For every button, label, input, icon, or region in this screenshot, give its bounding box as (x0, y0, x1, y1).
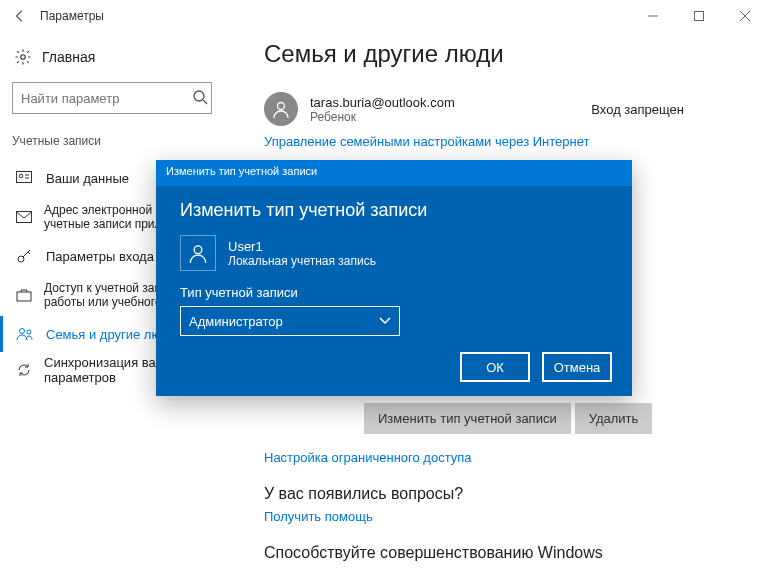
svg-point-17 (27, 330, 31, 334)
svg-rect-1 (695, 12, 704, 21)
avatar (180, 235, 216, 271)
id-card-icon (16, 171, 34, 185)
user-email: taras.buria@outlook.com (310, 95, 591, 110)
link-get-help[interactable]: Получить помощь (264, 509, 744, 524)
people-icon (16, 327, 34, 341)
cancel-button[interactable]: Отмена (542, 352, 612, 382)
minimize-button[interactable] (630, 0, 676, 32)
avatar (264, 92, 298, 126)
sidebar-item-label: Ваши данные (46, 171, 129, 186)
search-icon (192, 89, 208, 105)
window-controls (630, 0, 768, 32)
gear-icon (14, 48, 32, 66)
home-nav[interactable]: Главная (12, 44, 228, 70)
briefcase-icon (16, 288, 32, 302)
dialog-title: Изменить тип учетной записи (180, 200, 608, 221)
mail-icon (16, 211, 32, 223)
titlebar: Параметры (0, 0, 768, 32)
svg-point-4 (21, 55, 26, 60)
select-value: Администратор (189, 314, 283, 329)
link-manage-family[interactable]: Управление семейными настройками через И… (264, 134, 744, 149)
svg-point-5 (194, 91, 204, 101)
svg-line-6 (203, 100, 207, 104)
home-label: Главная (42, 49, 95, 65)
search-input[interactable] (12, 82, 212, 114)
sidebar-item-label: Параметры входа (46, 249, 154, 264)
section-title: Учетные записи (12, 134, 228, 148)
svg-rect-15 (17, 292, 31, 301)
user-status: Вход запрещен (591, 102, 684, 117)
svg-point-18 (278, 103, 285, 110)
account-type-select[interactable]: Администратор (180, 306, 400, 336)
search-container (12, 82, 228, 114)
maximize-button[interactable] (676, 0, 722, 32)
select-label: Тип учетной записи (180, 285, 608, 300)
change-account-type-button[interactable]: Изменить тип учетной записи (364, 403, 571, 434)
svg-rect-11 (17, 212, 32, 223)
user-role: Ребенок (310, 110, 591, 124)
sync-icon (16, 362, 32, 378)
chevron-down-icon (379, 317, 391, 325)
dialog-user-sub: Локальная учетная запись (228, 254, 376, 268)
questions-title: У вас появились вопросы? (264, 485, 744, 503)
svg-rect-7 (17, 172, 32, 183)
svg-point-8 (19, 174, 23, 178)
ok-button[interactable]: ОК (460, 352, 530, 382)
window-title: Параметры (40, 9, 104, 23)
page-title: Семья и другие люди (264, 40, 744, 68)
svg-line-14 (28, 252, 30, 254)
improve-title: Способствуйте совершенствованию Windows (264, 544, 744, 562)
dialog-user-row: User1 Локальная учетная запись (180, 235, 608, 271)
remove-button[interactable]: Удалить (575, 403, 653, 434)
change-account-type-dialog: Изменить тип учетной записи Изменить тип… (156, 160, 632, 396)
back-button[interactable] (8, 4, 32, 28)
link-restricted-access[interactable]: Настройка ограниченного доступа (264, 450, 744, 465)
dialog-header: Изменить тип учетной записи (156, 160, 632, 186)
close-button[interactable] (722, 0, 768, 32)
key-icon (16, 248, 34, 264)
dialog-user-name: User1 (228, 239, 376, 254)
svg-point-16 (20, 329, 25, 334)
family-member-row[interactable]: taras.buria@outlook.com Ребенок Вход зап… (264, 92, 744, 126)
svg-point-19 (194, 246, 202, 254)
